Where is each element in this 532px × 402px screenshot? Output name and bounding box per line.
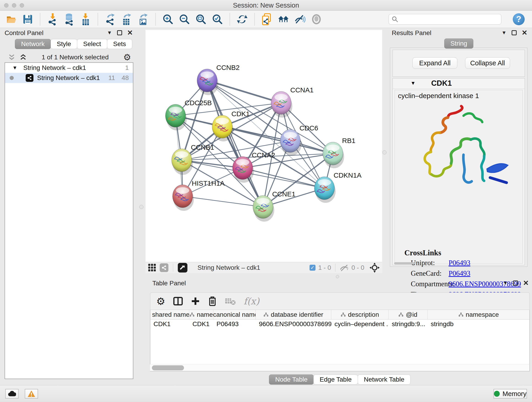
fit-content-crosshair-icon[interactable] bbox=[369, 262, 380, 273]
expand-all-button[interactable]: Expand All bbox=[412, 57, 457, 69]
node-label: CCNE1 bbox=[272, 190, 296, 198]
node-label: RB1 bbox=[342, 137, 355, 144]
collapse-all-button[interactable]: Collapse All bbox=[465, 57, 510, 69]
control-panel: Control Panel ▼ ✕ NetworkStyleSelectSets… bbox=[2, 29, 136, 384]
column-header--id[interactable]: @id bbox=[389, 310, 428, 319]
table-hscroll-thumb[interactable] bbox=[152, 365, 184, 370]
show-columns-icon[interactable] bbox=[173, 296, 183, 306]
edge-CCNB2-CCNE1[interactable] bbox=[207, 80, 263, 207]
splitter-handle[interactable] bbox=[336, 275, 339, 278]
crosslink-link[interactable]: P06493 bbox=[449, 259, 470, 267]
cloud-button[interactable] bbox=[5, 389, 19, 399]
table-row[interactable]: CDK1CDK1P064939606.ENSP00000378699cyclin… bbox=[150, 319, 530, 329]
crosslink-link[interactable]: P06493 bbox=[449, 269, 470, 278]
table-panel-close-button[interactable]: ✕ bbox=[523, 281, 529, 286]
edge-CCNE1-HIST1H1A[interactable] bbox=[183, 196, 263, 207]
results-panel-close-button[interactable]: ✕ bbox=[522, 30, 527, 35]
zoom-in-icon[interactable] bbox=[162, 13, 174, 26]
memory-label: Memory bbox=[502, 390, 526, 398]
cloud-icon bbox=[8, 391, 16, 397]
splitter-handle[interactable] bbox=[382, 150, 386, 154]
node-RB1[interactable]: RB1 bbox=[323, 137, 355, 168]
column-header-description[interactable]: description bbox=[331, 310, 389, 319]
column-header-namespace[interactable]: namespace bbox=[428, 310, 530, 319]
network-graph[interactable]: CCNB2CCNA1CDC25BCDK1CDC6RB1CCNB1CCNA2CDK… bbox=[146, 30, 382, 262]
collapse-all-icon[interactable] bbox=[8, 54, 16, 61]
network-home-icon[interactable] bbox=[278, 13, 289, 26]
collection-expand-caret[interactable]: ▼ bbox=[12, 65, 17, 71]
zoom-out-icon[interactable] bbox=[179, 13, 190, 26]
control-panel-float-button[interactable] bbox=[117, 30, 122, 35]
tab-node-table[interactable]: Node Table bbox=[269, 375, 314, 385]
node-HIST1H1A[interactable]: HIST1H1A bbox=[172, 179, 225, 211]
tab-sets[interactable]: Sets bbox=[107, 39, 132, 49]
control-panel-menu-caret[interactable]: ▼ bbox=[107, 30, 112, 36]
search-input[interactable] bbox=[399, 16, 498, 23]
export-image-icon[interactable] bbox=[138, 13, 149, 26]
save-session-icon[interactable] bbox=[22, 13, 33, 26]
column-header-shared-name[interactable]: shared name bbox=[150, 310, 189, 319]
tab-network-table[interactable]: Network Table bbox=[358, 375, 411, 385]
gene-symbol: CDK1 bbox=[431, 79, 452, 88]
export-network-icon[interactable] bbox=[104, 13, 116, 26]
node-label: CDC6 bbox=[299, 124, 318, 132]
memory-button[interactable]: Memory bbox=[494, 389, 527, 399]
expand-all-icon[interactable] bbox=[19, 54, 27, 61]
warning-button[interactable] bbox=[25, 389, 38, 399]
table-panel-menu-caret[interactable]: ▼ bbox=[503, 280, 508, 286]
clone-network-icon[interactable] bbox=[261, 13, 273, 26]
network-options-gear-icon[interactable]: ⚙ bbox=[123, 52, 131, 62]
window-close-button[interactable] bbox=[4, 3, 8, 7]
node-CCNB2[interactable]: CCNB2 bbox=[197, 64, 240, 95]
import-database-icon[interactable] bbox=[63, 13, 75, 26]
zoom-selected-icon[interactable] bbox=[212, 13, 223, 26]
node-CCNE1[interactable]: CCNE1 bbox=[253, 190, 296, 222]
table-panel-float-button[interactable] bbox=[513, 281, 518, 286]
add-column-icon[interactable] bbox=[191, 297, 200, 306]
network-view-icon[interactable] bbox=[160, 263, 168, 272]
results-panel-menu-caret[interactable]: ▼ bbox=[501, 30, 507, 36]
network-collection-row[interactable]: ▼ String Network – cdk1 1 bbox=[5, 63, 133, 73]
node-CCNA1[interactable]: CCNA1 bbox=[271, 86, 314, 118]
network-list: ▼ String Network – cdk1 1 String Network… bbox=[5, 62, 133, 379]
current-network-name: String Network – cdk1 bbox=[197, 264, 260, 271]
node-CDC6[interactable]: CDC6 bbox=[280, 124, 318, 156]
grid-view-icon[interactable] bbox=[148, 263, 157, 272]
tab-select[interactable]: Select bbox=[77, 39, 107, 49]
window-minimize-button[interactable] bbox=[12, 3, 16, 7]
node-CCNA2[interactable]: CCNA2 bbox=[233, 151, 275, 183]
table-settings-gear-icon[interactable]: ⚙ bbox=[156, 295, 165, 307]
search-box[interactable] bbox=[389, 14, 501, 25]
network-row-selected[interactable]: String Network – cdk1 11 48 bbox=[5, 73, 133, 83]
birdseye-view-icon[interactable] bbox=[178, 263, 187, 273]
column-header-database-identifier[interactable]: database identifier bbox=[256, 310, 331, 319]
results-hscroll-thumb[interactable] bbox=[394, 262, 415, 264]
column-header-canonical-name[interactable]: canonical name bbox=[213, 310, 256, 319]
control-panel-close-button[interactable]: ✕ bbox=[127, 30, 133, 35]
tab-network[interactable]: Network bbox=[15, 39, 51, 49]
open-session-icon[interactable] bbox=[6, 13, 17, 26]
statusbar-separator bbox=[335, 264, 336, 272]
splitter-handle[interactable] bbox=[139, 205, 143, 209]
gene-section-header[interactable]: ▼ CDK1 bbox=[393, 78, 525, 89]
delete-column-icon[interactable] bbox=[208, 296, 217, 306]
import-network-icon[interactable] bbox=[47, 13, 58, 26]
gene-expand-caret[interactable]: ▼ bbox=[411, 80, 416, 86]
network-icon bbox=[26, 74, 33, 82]
zoom-fit-icon[interactable] bbox=[195, 13, 207, 26]
hide-unhide-icon[interactable] bbox=[294, 13, 306, 26]
network-canvas[interactable]: CCNB2CCNA1CDC25BCDK1CDC6RB1CCNB1CCNA2CDK… bbox=[146, 30, 382, 262]
selected-checkbox-icon[interactable]: ✓ bbox=[310, 265, 316, 271]
help-icon[interactable]: ? bbox=[513, 13, 525, 25]
tab-style[interactable]: Style bbox=[51, 39, 77, 49]
column-header-name[interactable]: name bbox=[189, 310, 213, 319]
tab-string[interactable]: String bbox=[444, 38, 473, 49]
window-zoom-button[interactable] bbox=[20, 3, 24, 7]
tab-edge-table[interactable]: Edge Table bbox=[313, 375, 358, 385]
apply-layout-icon[interactable] bbox=[236, 13, 248, 26]
export-table-icon[interactable] bbox=[121, 13, 133, 26]
import-table-icon[interactable] bbox=[80, 13, 91, 26]
toolbar-separator bbox=[155, 13, 156, 26]
results-panel-float-button[interactable] bbox=[512, 30, 517, 35]
node-CDKN1A[interactable]: CDKN1A bbox=[314, 172, 361, 203]
